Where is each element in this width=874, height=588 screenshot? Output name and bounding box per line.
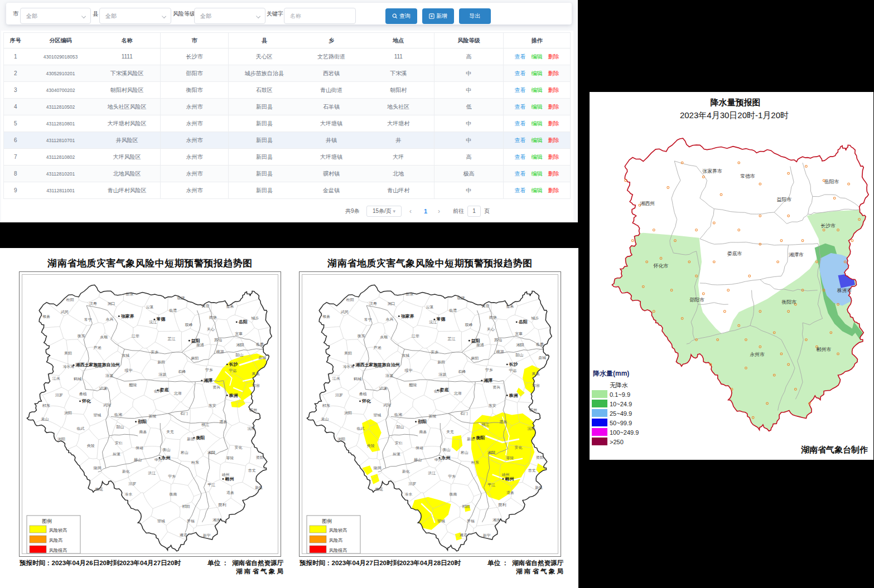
svg-text:100~249.9: 100~249.9 xyxy=(610,429,639,436)
svg-text:邵阳市: 邵阳市 xyxy=(689,297,704,303)
svg-text:岳阳市: 岳阳市 xyxy=(824,179,839,184)
svg-text:永州市: 永州市 xyxy=(750,352,765,357)
svg-text:衡阳市: 衡阳市 xyxy=(782,299,797,305)
svg-text:张家界市: 张家界市 xyxy=(702,168,722,174)
svg-text:怀化市: 怀化市 xyxy=(653,263,669,269)
svg-text:益阳市: 益阳市 xyxy=(777,197,792,202)
svg-text:25~49.9: 25~49.9 xyxy=(610,410,632,417)
svg-text:株洲市: 株洲市 xyxy=(837,288,852,293)
svg-text:无降水: 无降水 xyxy=(610,382,628,388)
svg-text:娄底市: 娄底市 xyxy=(727,251,742,256)
svg-text:郴州市: 郴州市 xyxy=(816,347,832,352)
svg-text:0.1~9.9: 0.1~9.9 xyxy=(610,391,630,398)
svg-text:>250: >250 xyxy=(610,439,624,445)
svg-text:常德市: 常德市 xyxy=(740,173,755,179)
svg-text:长沙市: 长沙市 xyxy=(820,223,836,229)
svg-text:50~99.9: 50~99.9 xyxy=(610,420,632,426)
svg-text:降水量(mm): 降水量(mm) xyxy=(593,370,629,377)
svg-text:10~24.9: 10~24.9 xyxy=(610,401,632,407)
svg-text:湘西州: 湘西州 xyxy=(640,201,655,206)
svg-text:湘潭市: 湘潭市 xyxy=(789,252,804,257)
